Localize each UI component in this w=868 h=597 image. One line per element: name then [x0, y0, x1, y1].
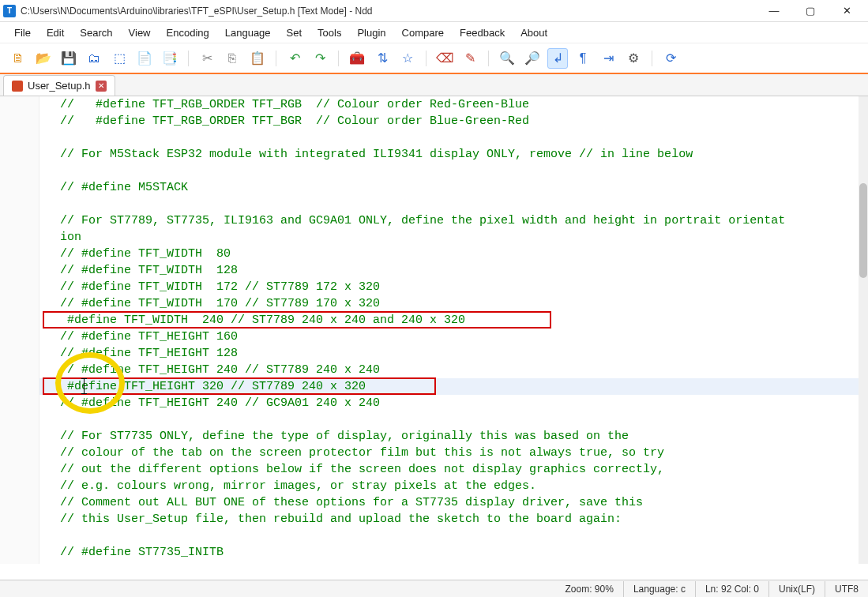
menu-edit[interactable]: Edit [39, 24, 72, 42]
status-eol[interactable]: Unix(LF) [769, 581, 825, 597]
code-text: // #define TFT_RGB_ORDER TFT_BGR // Colo… [39, 113, 529, 130]
tab-label: User_Setup.h [28, 80, 91, 92]
menu-feedback[interactable]: Feedback [452, 24, 513, 42]
code-text: // #define TFT_WIDTH 172 // ST7789 172 x… [39, 279, 380, 295]
copy-icon[interactable]: ⎘ [222, 48, 242, 69]
code-text: ion [39, 229, 81, 246]
editor[interactable]: 76// #define TFT_RGB_ORDER TFT_RGB // Co… [0, 96, 868, 564]
code-line[interactable]: 76// #define TFT_RGB_ORDER TFT_RGB // Co… [39, 96, 859, 113]
code-line[interactable]: 101 [39, 528, 859, 544]
code-text: // out the different options below if th… [39, 461, 664, 478]
indent-icon[interactable]: ⇥ [598, 48, 618, 69]
code-text: // For M5Stack ESP32 module with integra… [39, 146, 693, 163]
code-line[interactable]: 84// #define TFT_WIDTH 80 [39, 246, 859, 262]
brush-icon[interactable]: ✎ [460, 48, 480, 69]
code-text: // #define TFT_RGB_ORDER TFT_RGB // Colo… [39, 96, 529, 113]
code-area[interactable]: 76// #define TFT_RGB_ORDER TFT_RGB // Co… [39, 96, 859, 564]
code-line[interactable]: 78 [39, 130, 859, 146]
code-line[interactable]: 83// For ST7789, ST7735, ILI9163 and GC9… [39, 212, 859, 229]
erase-icon[interactable]: ⌫ [434, 48, 455, 69]
code-line[interactable]: 81// #define M5STACK [39, 179, 859, 196]
copy-file-icon[interactable]: 📑 [160, 48, 180, 69]
code-text: // e.g. colours wrong, mirror images, or… [39, 478, 536, 494]
code-line[interactable]: 77// #define TFT_RGB_ORDER TFT_BGR // Co… [39, 113, 859, 130]
menu-compare[interactable]: Compare [394, 24, 452, 42]
minimize-button[interactable]: — [756, 0, 792, 22]
tab-user-setup[interactable]: User_Setup.h ✕ [3, 75, 115, 96]
code-line[interactable]: 85// #define TFT_WIDTH 128 [39, 262, 859, 279]
code-line[interactable]: 95// For ST7735 ONLY, define the type of… [39, 428, 859, 445]
code-line[interactable]: 82 [39, 196, 859, 212]
settings-icon[interactable]: ⬚ [109, 48, 130, 69]
menu-set[interactable]: Set [279, 24, 310, 42]
code-line[interactable]: 90// #define TFT_HEIGHT 128 [39, 345, 859, 362]
open-file-icon[interactable]: 📂 [33, 48, 54, 69]
code-line[interactable]: 89// #define TFT_HEIGHT 160 [39, 329, 859, 345]
title-bar: T C:\Users\N\Documents\Arduino\libraries… [0, 0, 868, 22]
status-language[interactable]: Language: c [624, 581, 696, 597]
code-text: // #define TFT_HEIGHT 160 [39, 329, 238, 345]
toolbar: 🗎 📂 💾 🗂 ⬚ 📄 📑 ✂ ⎘ 📋 ↶ ↷ 🧰 ⇅ ☆ ⌫ ✎ 🔍 🔎 ↲ … [0, 43, 868, 73]
code-text: // For ST7735 ONLY, define the type of d… [39, 428, 629, 445]
sort-icon[interactable]: ⇅ [372, 48, 393, 69]
save-icon[interactable]: 💾 [58, 48, 79, 69]
code-line[interactable]: 92 #define TFT_HEIGHT 320 // ST7789 240 … [39, 378, 859, 395]
code-line[interactable]: 91// #define TFT_HEIGHT 240 // ST7789 24… [39, 362, 859, 378]
save-all-icon[interactable]: 🗂 [84, 48, 104, 69]
gear-icon[interactable]: ⚙ [623, 48, 644, 69]
code-line[interactable]: 88 #define TFT_WIDTH 240 // ST7789 240 x… [39, 312, 859, 329]
code-line[interactable]: 94 [39, 411, 859, 428]
vertical-scrollbar[interactable] [859, 96, 868, 564]
zoom-out-icon[interactable]: 🔎 [522, 48, 543, 69]
code-line[interactable]: 98// e.g. colours wrong, mirror images, … [39, 478, 859, 494]
code-text: // #define M5STACK [39, 179, 188, 196]
code-line[interactable]: ion [39, 229, 859, 246]
code-line[interactable]: 100// this User_Setup file, then rebuild… [39, 511, 859, 528]
save-as-icon[interactable]: 📄 [134, 48, 155, 69]
tab-bar: User_Setup.h ✕ [0, 73, 868, 96]
tab-close-icon[interactable]: ✕ [96, 81, 107, 92]
zoom-in-icon[interactable]: 🔍 [497, 48, 517, 69]
code-line[interactable]: 87// #define TFT_WIDTH 170 // ST7789 170… [39, 295, 859, 312]
status-position: Ln: 92 Col: 0 [696, 581, 769, 597]
toolbar-separator [276, 51, 276, 66]
code-line[interactable]: 80 [39, 163, 859, 179]
code-text: // #define TFT_WIDTH 170 // ST7789 170 x… [39, 295, 380, 312]
code-line[interactable]: 102// #define ST7735_INITB [39, 544, 859, 561]
menu-encoding[interactable]: Encoding [159, 24, 217, 42]
menu-view[interactable]: View [121, 24, 159, 42]
code-line[interactable]: 97// out the different options below if … [39, 461, 859, 478]
menu-file[interactable]: File [6, 24, 39, 42]
refresh-icon[interactable]: ⟳ [660, 48, 681, 69]
status-encoding[interactable]: UTF8 [825, 581, 868, 597]
new-file-icon[interactable]: 🗎 [8, 48, 28, 69]
code-text: // For ST7789, ST7735, ILI9163 and GC9A0… [39, 212, 785, 229]
package-icon[interactable]: 🧰 [347, 48, 367, 69]
code-text: #define TFT_HEIGHT 320 // ST7789 240 x 3… [39, 378, 366, 395]
code-line[interactable]: 99// Comment out ALL BUT ONE of these op… [39, 494, 859, 511]
line-number-gutter [0, 96, 39, 564]
code-line[interactable]: 79// For M5Stack ESP32 module with integ… [39, 146, 859, 163]
wrap-icon[interactable]: ↲ [547, 48, 568, 69]
redo-icon[interactable]: ↷ [310, 48, 330, 69]
close-button[interactable]: ✕ [829, 0, 865, 22]
bookmark-icon[interactable]: ☆ [397, 48, 418, 69]
code-line[interactable]: 93// #define TFT_HEIGHT 240 // GC9A01 24… [39, 395, 859, 411]
menu-about[interactable]: About [513, 24, 555, 42]
maximize-button[interactable]: ▢ [792, 0, 829, 22]
paste-icon[interactable]: 📋 [247, 48, 268, 69]
toolbar-separator [188, 51, 189, 66]
menu-language[interactable]: Language [217, 24, 279, 42]
undo-icon[interactable]: ↶ [284, 48, 305, 69]
code-line[interactable]: 96// colour of the tab on the screen pro… [39, 445, 859, 461]
code-line[interactable]: 86// #define TFT_WIDTH 172 // ST7789 172… [39, 279, 859, 295]
status-zoom[interactable]: Zoom: 90% [556, 581, 624, 597]
menu-search[interactable]: Search [72, 24, 120, 42]
pilcrow-icon[interactable]: ¶ [573, 48, 593, 69]
menu-tools[interactable]: Tools [310, 24, 349, 42]
scrollbar-thumb[interactable] [859, 183, 867, 278]
code-text: #define TFT_WIDTH 240 // ST7789 240 x 24… [39, 312, 465, 329]
menu-plugin[interactable]: Plugin [349, 24, 393, 42]
cut-icon[interactable]: ✂ [197, 48, 217, 69]
app-icon: T [3, 5, 16, 17]
